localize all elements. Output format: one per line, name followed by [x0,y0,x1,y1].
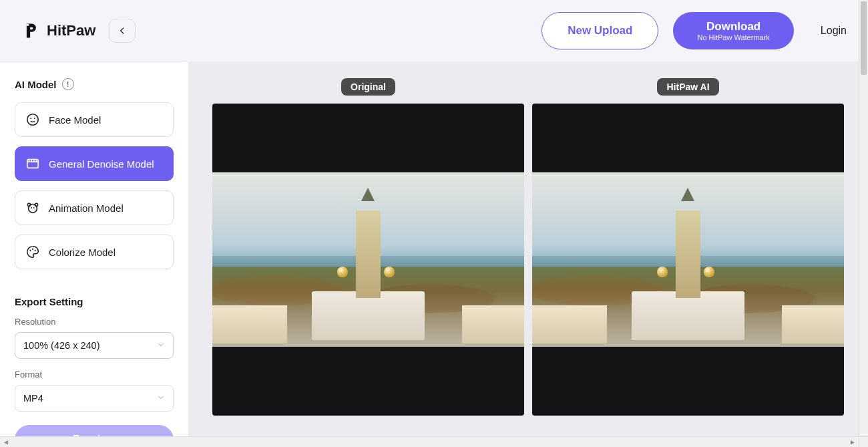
svg-point-2 [30,118,31,119]
scrollbar-corner [859,436,868,447]
resolution-select[interactable]: 100% (426 x 240) [15,332,174,359]
brand-logo-icon [21,21,40,40]
panel-label-ai: HitPaw AI [657,78,718,96]
svg-point-7 [35,203,37,206]
resolution-value: 100% (426 x 240) [23,340,99,351]
svg-point-3 [34,118,35,119]
new-upload-button[interactable]: New Upload [541,12,658,49]
brand-name: HitPaw [47,22,95,39]
svg-point-1 [27,114,39,126]
export-title-text: Export Setting [15,296,83,307]
svg-point-5 [29,204,37,213]
film-icon [25,156,41,172]
brand-area: HitPaw [21,21,95,40]
svg-point-9 [33,207,35,208]
video-frame-placeholder [212,172,524,347]
app-header: HitPaw New Upload Download No HitPaw Wat… [0,0,868,62]
video-ai[interactable] [532,104,844,416]
format-select[interactable]: MP4 [15,385,174,412]
scroll-right-icon[interactable]: ► [848,438,857,447]
compare-content: Original HitPaw AI [188,62,868,436]
chevron-left-icon [118,26,127,35]
chevron-down-icon [157,340,165,351]
scrollbar-thumb[interactable] [861,1,867,75]
sidebar: AI Model ! Face Model General Denoise Mo… [0,62,188,436]
download-sub-label: No HitPaw Watermark [697,33,769,42]
export-section-title: Export Setting [15,296,174,307]
svg-point-6 [27,203,30,206]
video-frame-placeholder [532,172,844,347]
model-item-colorize[interactable]: Colorize Model [15,235,174,269]
download-button[interactable]: Download No HitPaw Watermark [673,12,793,49]
vertical-scrollbar[interactable] [859,0,868,436]
format-value: MP4 [23,393,43,404]
svg-point-0 [27,24,29,27]
back-button[interactable] [109,19,136,43]
svg-point-11 [32,249,33,250]
face-icon [25,112,41,128]
resolution-label: Resolution [15,317,174,327]
ai-model-section-title: AI Model ! [15,78,174,90]
scroll-left-icon[interactable]: ◄ [1,438,11,447]
download-main-label: Download [697,21,769,33]
palette-icon [25,244,41,260]
login-link[interactable]: Login [821,25,847,37]
compare-row: Original HitPaw AI [212,78,844,416]
format-label: Format [15,369,174,380]
compare-panel-ai: HitPaw AI [532,78,844,416]
model-item-label: General Denoise Model [49,158,154,170]
model-list: Face Model General Denoise Model Animati… [15,102,174,269]
panel-label-original: Original [341,78,395,96]
model-item-label: Colorize Model [49,247,116,258]
chevron-down-icon [157,393,165,404]
model-item-face[interactable]: Face Model [15,102,174,137]
compare-panel-original: Original [212,78,524,416]
horizontal-scrollbar[interactable]: ◄ ► [0,436,859,447]
video-original[interactable] [212,104,524,416]
main-layout: AI Model ! Face Model General Denoise Mo… [0,62,868,436]
model-item-general-denoise[interactable]: General Denoise Model [15,146,174,181]
model-item-animation[interactable]: Animation Model [15,190,174,225]
ai-model-title-text: AI Model [15,79,57,90]
model-item-label: Animation Model [49,202,124,214]
bear-icon [25,200,41,216]
model-item-label: Face Model [49,114,101,126]
info-icon[interactable]: ! [62,78,74,90]
preview-button[interactable]: Preview [15,425,174,436]
svg-point-12 [35,250,36,251]
svg-point-10 [29,250,31,251]
svg-point-8 [31,207,32,208]
